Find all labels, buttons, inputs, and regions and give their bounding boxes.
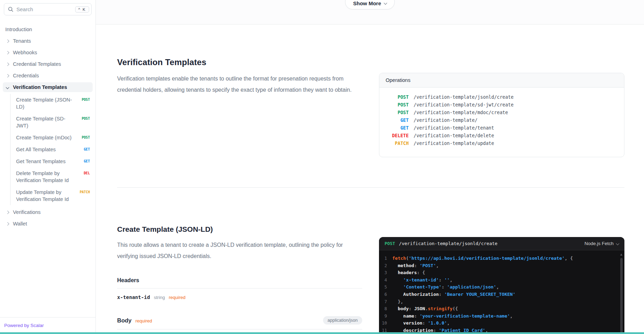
- method-badge: PATCH: [80, 189, 90, 196]
- sidebar-sub-list: Create Template (JSON-LD)POSTCreate Temp…: [10, 94, 93, 205]
- header-field-name: x-tenant-id: [117, 294, 150, 300]
- operation-endpoint-row[interactable]: POST/verification-template/sd-jwt/create: [386, 101, 618, 109]
- chevron-right-icon: [5, 211, 10, 214]
- chevron-right-icon: [5, 63, 10, 65]
- sidebar-subitem-get-tenant-templates[interactable]: Get Tenant TemplatesGET: [10, 155, 93, 167]
- sidebar-item-verifications[interactable]: Verifications: [3, 207, 93, 217]
- chevron-right-icon: [5, 40, 10, 42]
- body-required: required: [135, 318, 152, 323]
- sidebar-item-label: Webhooks: [13, 50, 37, 55]
- endpoint-description: This route allows a tenant to create a J…: [117, 239, 362, 262]
- powered-by-scalar-link[interactable]: Powered by Scalar: [4, 323, 44, 328]
- code-line: 8 body: JSON.stringify({: [379, 305, 617, 313]
- sidebar-subitem-create-template-sd-jwt[interactable]: Create Template (SD-JWT)POST: [10, 113, 93, 132]
- code-line: 7 },: [379, 298, 617, 306]
- operation-path: /verification-template/sd-jwt/create: [414, 101, 618, 109]
- sidebar-item-label: Credential Templates: [13, 61, 61, 67]
- code-line-number: 7: [379, 298, 392, 306]
- sidebar-footer: Powered by Scalar: [0, 317, 95, 334]
- client-selector[interactable]: Node.js Fetch: [585, 241, 619, 246]
- operation-path: /verification-template/update: [414, 140, 618, 147]
- operation-method: POST: [386, 93, 409, 101]
- sidebar-item-label: Tenants: [13, 38, 31, 44]
- chevron-down-icon: [384, 1, 387, 5]
- operation-path: /verification-template/jsonld/create: [414, 93, 618, 101]
- method-badge: GET: [84, 158, 90, 165]
- sidebar-item-credential-templates[interactable]: Credential Templates: [3, 59, 93, 69]
- operations-card-title: Operations: [379, 73, 624, 88]
- method-badge: POST: [82, 134, 90, 141]
- code-line-text: 'x-tenant-id': '',: [392, 277, 452, 284]
- operation-endpoint-row[interactable]: DELETE/verification-template/delete: [386, 132, 618, 140]
- operation-endpoint-row[interactable]: PATCH/verification-template/update: [386, 140, 618, 147]
- body-heading: Body: [117, 317, 131, 324]
- sidebar-item-tenants[interactable]: Tenants: [3, 36, 93, 46]
- operation-method: POST: [386, 101, 409, 109]
- operation-path: /verification-template/: [414, 117, 618, 124]
- code-endpoint: POST /verification-template/jsonld/creat…: [385, 241, 498, 246]
- code-line-number: 9: [379, 313, 392, 320]
- show-more-button[interactable]: Show More: [345, 0, 395, 9]
- sidebar-item-label: Wallet: [13, 221, 27, 227]
- code-line-number: 4: [379, 277, 392, 284]
- sidebar-item-introduction[interactable]: Introduction: [3, 25, 93, 34]
- sidebar-item-label: Introduction: [5, 27, 32, 32]
- sidebar-subitem-create-template-json-ld[interactable]: Create Template (JSON-LD)POST: [10, 94, 93, 113]
- chevron-down-icon: [616, 242, 620, 245]
- operation-method: POST: [386, 109, 409, 117]
- sidebar-item-credentials[interactable]: Credentials: [3, 71, 93, 81]
- operation-method: GET: [386, 117, 409, 124]
- section1-description: Verification templates enable the tenant…: [117, 73, 362, 96]
- sidebar-item-label: Credentials: [13, 73, 39, 78]
- operation-method: GET: [386, 124, 409, 132]
- sidebar-subitem-label: Update Template by Verification Template…: [16, 189, 72, 203]
- code-method-badge: POST: [385, 241, 395, 246]
- content-type-pill[interactable]: application/json: [323, 316, 362, 325]
- sidebar-nav: IntroductionTenantsWebhooksCredential Te…: [0, 18, 95, 317]
- sidebar-subitem-update-template-by-verification-template-id[interactable]: Update Template by Verification Template…: [10, 186, 93, 205]
- sidebar-subitem-delete-template-by-verification-template-id[interactable]: Delete Template by Verification Template…: [10, 167, 93, 186]
- sidebar-item-verification-templates[interactable]: Verification Templates: [3, 82, 93, 92]
- headers-divider: [117, 288, 362, 288]
- sidebar-subitem-get-all-templates[interactable]: Get All TemplatesGET: [10, 144, 93, 155]
- sidebar: Search ^ K IntroductionTenantsWebhooksCr…: [0, 0, 96, 334]
- code-example-card: POST /verification-template/jsonld/creat…: [379, 237, 624, 334]
- code-line: 1fetch('https://api.hovi.id/verification…: [379, 255, 617, 262]
- code-line-text: name: 'your-verification-template-name',: [392, 313, 513, 320]
- operations-card: Operations POST/verification-template/js…: [379, 73, 624, 157]
- scrollbar-up-arrow[interactable]: [620, 253, 622, 256]
- chevron-down-icon: [5, 86, 10, 89]
- section2-text-column: Create Template (JSON-LD) This route all…: [117, 225, 362, 334]
- code-line-text: version: '1.0.0',: [392, 320, 450, 327]
- search-icon: [8, 7, 13, 12]
- code-line-number: 6: [379, 291, 392, 298]
- code-line-number: 8: [379, 305, 392, 313]
- code-path: /verification-template/jsonld/create: [399, 241, 498, 246]
- section1-text-column: Verification Templates Verification temp…: [117, 57, 362, 157]
- operation-method: DELETE: [386, 132, 409, 140]
- operation-path: /verification-template/mdoc/create: [414, 109, 618, 117]
- code-line: 6 Authorization: 'Bearer YOUR_SECRET_TOK…: [379, 291, 617, 298]
- operation-endpoint-row[interactable]: GET/verification-template/: [386, 117, 618, 124]
- code-line-text: fetch('https://api.hovi.id/verification-…: [392, 255, 573, 262]
- code-scrollbar-thumb[interactable]: [620, 258, 623, 334]
- endpoint-title: Create Template (JSON-LD): [117, 225, 362, 234]
- section2-card-column: POST /verification-template/jsonld/creat…: [379, 225, 624, 334]
- sidebar-item-wallet[interactable]: Wallet: [3, 219, 93, 229]
- sidebar-subitem-label: Create Template (mDoc): [16, 134, 72, 141]
- operation-endpoint-row[interactable]: POST/verification-template/mdoc/create: [386, 109, 618, 117]
- search-input[interactable]: Search ^ K: [4, 3, 92, 15]
- operation-endpoint-row[interactable]: GET/verification-template/tenant: [386, 124, 618, 132]
- section1-card-column: Operations POST/verification-template/js…: [379, 57, 624, 157]
- sidebar-subitem-create-template-mdoc[interactable]: Create Template (mDoc)POST: [10, 132, 93, 144]
- code-card-header: POST /verification-template/jsonld/creat…: [379, 237, 624, 250]
- headers-heading: Headers: [117, 277, 362, 284]
- code-line-text: 'Content-Type': 'application/json',: [392, 284, 499, 291]
- create-template-jsonld-section: Create Template (JSON-LD) This route all…: [96, 188, 644, 334]
- sidebar-item-label: Verifications: [13, 209, 41, 215]
- main-area: Show More Verification Templates Verific…: [96, 0, 644, 334]
- operation-endpoint-row[interactable]: POST/verification-template/jsonld/create: [386, 93, 618, 101]
- sidebar-subitem-label: Create Template (SD-JWT): [16, 115, 72, 129]
- code-line-text: body: JSON.stringify({: [392, 305, 458, 313]
- sidebar-item-webhooks[interactable]: Webhooks: [3, 48, 93, 57]
